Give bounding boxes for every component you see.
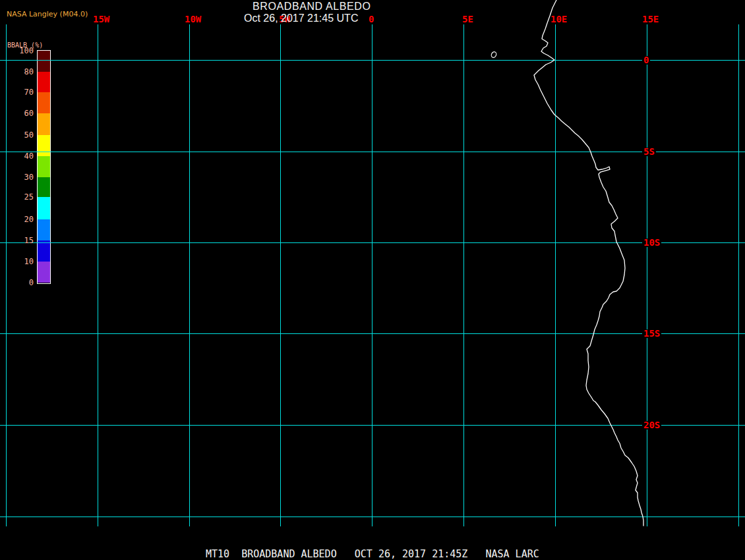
africa-west-coastline <box>534 0 643 526</box>
satellite-albedo-map: { "colors": { "background": "#000000", "… <box>0 0 745 560</box>
sao-tome-island-outline <box>491 51 497 58</box>
coastline-svg <box>0 0 745 560</box>
